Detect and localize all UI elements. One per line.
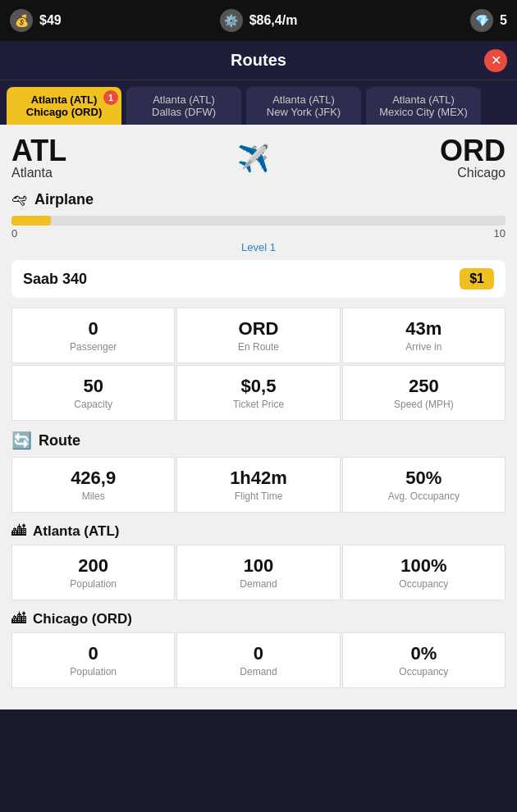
route-section-header: 🔄 Route — [11, 431, 506, 450]
tab-atl-dfw[interactable]: Atlanta (ATL)Dallas (DFW) — [126, 87, 241, 125]
tab-badge: 1 — [103, 90, 118, 105]
top-bar: 💰 $49 ⚙️ $86,4/m 💎 5 — [0, 0, 517, 41]
tab-atl-ord[interactable]: Atlanta (ATL)Chicago (ORD) 1 — [7, 87, 121, 125]
stat-occupancy-avg-label: Avg. Occupancy — [350, 490, 498, 502]
city2-population: 0 Population — [11, 632, 175, 688]
page-title: Routes — [231, 51, 286, 70]
route-section-icon: 🔄 — [11, 431, 32, 450]
stat-passenger-value: 0 — [19, 318, 167, 340]
city1-population-label: Population — [19, 578, 167, 590]
stat-ticket-label: Ticket Price — [184, 399, 332, 410]
city2-occupancy: 0% Occupancy — [342, 632, 506, 688]
stat-enroute-value: ORD — [184, 318, 332, 340]
dest-code: ORD — [440, 136, 506, 166]
progress-track — [11, 216, 506, 226]
stat-ticket-value: $0,5 — [184, 376, 332, 397]
stat-passenger: 0 Passenger — [11, 308, 175, 363]
progress-labels: 0 10 — [11, 227, 506, 239]
city1-demand-value: 100 — [184, 555, 332, 577]
stat-passenger-label: Passenger — [19, 341, 167, 353]
stat-flighttime-value: 1h42m — [184, 468, 332, 489]
stat-flighttime: 1h42m Flight Time — [176, 457, 340, 513]
stat-flighttime-label: Flight Time — [184, 490, 332, 502]
city1-population: 200 Population — [11, 545, 175, 600]
progress-max: 10 — [494, 227, 506, 239]
city2-population-label: Population — [19, 666, 167, 677]
origin-info: ATL Atlanta — [11, 136, 66, 180]
airplane-section-title: Airplane — [34, 191, 94, 208]
stat-arrive-label: Arrive in — [350, 341, 498, 353]
settings-icon[interactable]: ⚙️ — [220, 9, 243, 32]
airplane-row: Saab 340 $1 — [11, 260, 506, 298]
city1-occupancy-label: Occupancy — [350, 578, 498, 590]
plane-icon: ✈️ — [237, 143, 270, 174]
route-section-title: Route — [39, 432, 80, 449]
origin-code: ATL — [11, 136, 66, 166]
progress-level: Level 1 — [11, 241, 506, 253]
diamond-icon: 💎 — [470, 9, 493, 32]
stat-capacity-label: Capacity — [19, 399, 167, 410]
title-bar: Routes ✕ — [0, 41, 517, 80]
stat-arrive-value: 43m — [350, 318, 498, 340]
level-progress: 0 10 Level 1 — [11, 216, 506, 253]
city1-stats-grid: 200 Population 100 Demand 100% Occupancy — [11, 545, 506, 600]
stat-capacity-value: 50 — [19, 376, 167, 397]
close-button[interactable]: ✕ — [484, 49, 507, 72]
stat-arrive: 43m Arrive in — [342, 308, 506, 363]
progress-fill — [11, 216, 51, 226]
dest-info: ORD Chicago — [440, 136, 506, 180]
origin-name: Atlanta — [11, 166, 66, 180]
city1-demand-label: Demand — [184, 578, 332, 590]
route-header: ATL Atlanta ✈️ ORD Chicago — [11, 136, 506, 180]
tab-atl-mex[interactable]: Atlanta (ATL)Mexico City (MEX) — [366, 87, 481, 125]
stat-occupancy-avg: 50% Avg. Occupancy — [342, 457, 506, 513]
progress-min: 0 — [11, 227, 17, 239]
stat-occupancy-avg-value: 50% — [350, 468, 498, 489]
revenue-segment: ⚙️ $86,4/m — [176, 9, 341, 32]
currency-icon: 💰 — [10, 9, 33, 32]
diamond-count: 5 — [500, 13, 507, 28]
city2-demand-value: 0 — [184, 643, 332, 664]
airplane-cost-badge: $1 — [460, 268, 494, 290]
stat-capacity: 50 Capacity — [11, 365, 175, 421]
stat-enroute: ORD En Route — [176, 308, 340, 363]
city2-demand-label: Demand — [184, 666, 332, 677]
tab-atl-jfk[interactable]: Atlanta (ATL)New York (JFK) — [246, 87, 361, 125]
currency-segment: 💰 $49 — [10, 9, 176, 32]
revenue-value: $86,4/m — [249, 13, 298, 28]
stat-speed: 250 Speed (MPH) — [342, 365, 506, 421]
route-stats-grid: 426,9 Miles 1h42m Flight Time 50% Avg. O… — [11, 457, 506, 513]
airplane-name: Saab 340 — [23, 271, 87, 288]
stat-ticket: $0,5 Ticket Price — [176, 365, 340, 421]
city1-title: Atlanta (ATL) — [33, 523, 119, 540]
stat-miles-value: 426,9 — [19, 468, 167, 489]
city1-occupancy-value: 100% — [350, 555, 498, 577]
stat-miles-label: Miles — [19, 490, 167, 502]
city2-stats-grid: 0 Population 0 Demand 0% Occupancy — [11, 632, 506, 688]
city1-demand: 100 Demand — [176, 545, 340, 600]
city2-icon: 🏙 — [11, 610, 26, 627]
airplane-section-icon: 🛩 — [11, 190, 28, 209]
city1-icon: 🏙 — [11, 522, 26, 540]
stat-enroute-label: En Route — [184, 341, 332, 353]
city2-occupancy-label: Occupancy — [350, 666, 498, 677]
main-content: ATL Atlanta ✈️ ORD Chicago 🛩 Airplane 0 … — [0, 125, 517, 709]
route-tabs: Atlanta (ATL)Chicago (ORD) 1 Atlanta (AT… — [0, 80, 517, 125]
city2-occupancy-value: 0% — [350, 643, 498, 664]
flight-stats-grid: 0 Passenger ORD En Route 43m Arrive in 5… — [11, 308, 506, 421]
diamond-segment: 💎 5 — [341, 9, 507, 32]
city2-header: 🏙 Chicago (ORD) — [11, 610, 506, 627]
city1-population-value: 200 — [19, 555, 167, 577]
stat-speed-value: 250 — [350, 376, 498, 397]
currency-value: $49 — [39, 13, 62, 28]
city2-title: Chicago (ORD) — [33, 611, 132, 627]
dest-name: Chicago — [440, 166, 506, 180]
city1-occupancy: 100% Occupancy — [342, 545, 506, 600]
city1-header: 🏙 Atlanta (ATL) — [11, 522, 506, 540]
city2-population-value: 0 — [19, 643, 167, 664]
airplane-section-header: 🛩 Airplane — [11, 190, 506, 209]
stat-miles: 426,9 Miles — [11, 457, 175, 513]
stat-speed-label: Speed (MPH) — [350, 399, 498, 410]
city2-demand: 0 Demand — [176, 632, 340, 688]
